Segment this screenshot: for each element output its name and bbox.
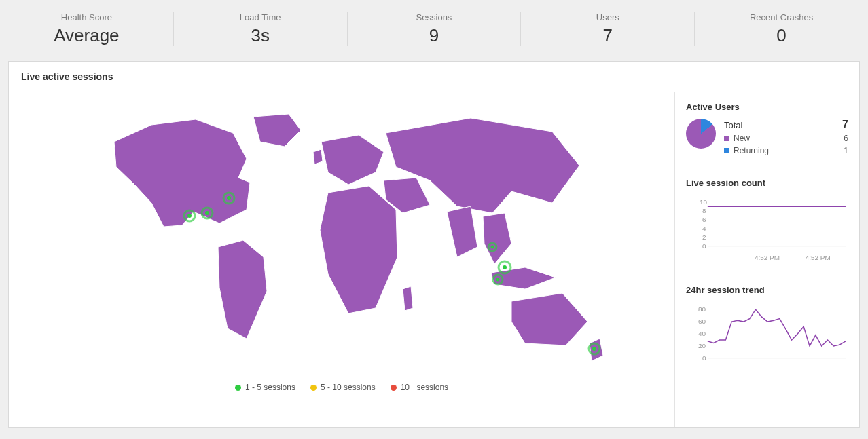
svg-point-11: [496, 278, 500, 282]
metric-recent-crashes[interactable]: Recent Crashes 0: [695, 12, 868, 46]
svg-point-7: [491, 246, 494, 249]
metric-users[interactable]: Users 7: [521, 12, 695, 46]
metric-value: Average: [0, 25, 173, 46]
metric-label: Health Score: [0, 12, 173, 22]
legend-swatch-icon: [724, 148, 729, 153]
svg-point-3: [205, 211, 209, 215]
metric-health-score[interactable]: Health Score Average: [0, 12, 174, 46]
metric-load-time[interactable]: Load Time 3s: [174, 12, 348, 46]
svg-text:10: 10: [700, 198, 708, 206]
row-value: 1: [844, 146, 848, 155]
svg-text:4: 4: [702, 225, 706, 232]
world-map[interactable]: 1 - 5 sessions 5 - 10 sessions 10+ sessi…: [9, 92, 674, 427]
svg-text:6: 6: [702, 216, 706, 223]
legend-item: 10+ sessions: [391, 383, 448, 392]
svg-text:80: 80: [698, 305, 706, 313]
metric-label: Users: [521, 12, 694, 22]
card-title: Active Users: [686, 102, 848, 112]
map-legend: 1 - 5 sessions 5 - 10 sessions 10+ sessi…: [235, 383, 448, 392]
metric-value: 7: [521, 25, 694, 46]
svg-point-13: [592, 347, 596, 351]
metric-label: Sessions: [348, 12, 521, 22]
metric-sessions[interactable]: Sessions 9: [348, 12, 522, 46]
svg-text:2: 2: [702, 233, 706, 241]
legend-swatch-icon: [235, 385, 241, 391]
right-sidebar: Active Users Total 7 New 6 Returni: [674, 92, 859, 427]
session-trend-chart: 80 60 40 20 0: [686, 302, 848, 373]
metric-value: 3s: [174, 25, 347, 46]
card-title: 24hr session trend: [686, 285, 848, 295]
metric-value: 0: [695, 25, 868, 46]
svg-text:0: 0: [702, 242, 706, 250]
metric-label: Recent Crashes: [695, 12, 868, 22]
panel-title: Live active sessions: [9, 62, 859, 92]
svg-text:60: 60: [698, 318, 706, 325]
svg-text:4:52 PM: 4:52 PM: [806, 254, 831, 261]
world-map-svg: [77, 104, 607, 376]
svg-text:20: 20: [698, 342, 706, 349]
live-session-count-card: Live session count 10 8 6 4 2 0 4:52 PM …: [675, 168, 859, 275]
row-label: Returning: [734, 146, 769, 155]
total-value: 7: [842, 119, 848, 131]
metrics-bar: Health Score Average Load Time 3s Sessio…: [0, 0, 868, 61]
active-users-pie-icon: [686, 119, 716, 149]
legend-label: 10+ sessions: [401, 383, 448, 392]
legend-label: 5 - 10 sessions: [321, 383, 376, 392]
svg-text:0: 0: [702, 354, 706, 362]
session-trend-card: 24hr session trend 80 60 40 20 0: [675, 275, 859, 382]
active-users-card: Active Users Total 7 New 6 Returni: [675, 92, 859, 168]
metric-label: Load Time: [174, 12, 347, 22]
svg-text:40: 40: [698, 330, 706, 337]
row-value: 6: [844, 134, 848, 143]
card-title: Live session count: [686, 178, 848, 188]
live-session-chart: 10 8 6 4 2 0 4:52 PM 4:52 PM: [686, 195, 848, 265]
legend-label: 1 - 5 sessions: [245, 383, 295, 392]
metric-value: 9: [348, 25, 521, 46]
legend-item: 5 - 10 sessions: [310, 383, 376, 392]
legend-swatch-icon: [310, 385, 317, 391]
live-sessions-panel: Live active sessions: [8, 61, 860, 428]
legend-swatch-icon: [724, 136, 729, 141]
svg-point-9: [503, 265, 507, 269]
legend-swatch-icon: [391, 385, 397, 391]
svg-text:8: 8: [702, 207, 706, 214]
legend-item: 1 - 5 sessions: [235, 383, 295, 392]
total-label: Total: [724, 120, 742, 130]
svg-point-5: [227, 196, 231, 200]
row-label: New: [734, 134, 750, 143]
svg-text:4:52 PM: 4:52 PM: [755, 254, 780, 261]
svg-point-1: [187, 214, 192, 218]
